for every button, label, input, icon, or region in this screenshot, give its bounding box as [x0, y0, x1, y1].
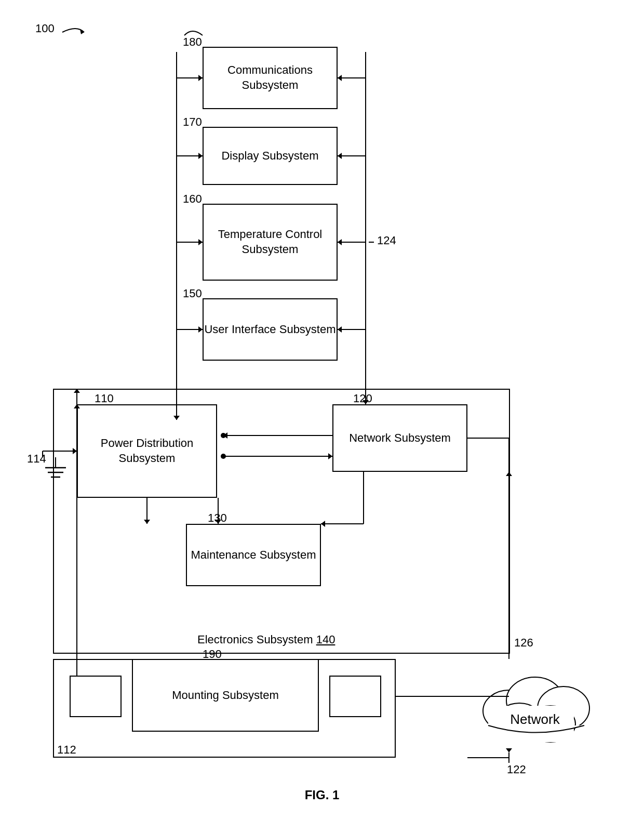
- ref-170-label: 170: [183, 115, 202, 129]
- communications-subsystem-box: Communications Subsystem: [203, 47, 338, 109]
- diagram: 100 180 Communications Subsystem 170 Dis…: [0, 0, 644, 819]
- mounting-left-box: [70, 676, 122, 717]
- display-subsystem-label: Display Subsystem: [221, 149, 318, 164]
- power-distribution-box: Power Distribution Subsystem: [77, 404, 217, 498]
- electronics-subsystem-label: Electronics Subsystem 140: [197, 633, 335, 646]
- mounting-subsystem-box: Mounting Subsystem: [132, 659, 319, 732]
- svg-marker-24: [338, 153, 342, 159]
- user-interface-subsystem-box: User Interface Subsystem: [203, 298, 338, 361]
- temperature-subsystem-label: Temperature Control Subsystem: [204, 227, 337, 257]
- svg-marker-22: [338, 75, 342, 81]
- ref-122-label: 122: [507, 763, 526, 776]
- ref-120-label: 120: [353, 392, 372, 405]
- ref-180-label: 180: [183, 35, 202, 49]
- ref-100-label: 100: [35, 22, 55, 35]
- network-cloud-svg: Network: [467, 659, 602, 752]
- mounting-subsystem-label: Mounting Subsystem: [172, 688, 278, 703]
- svg-marker-28: [338, 326, 342, 333]
- ref-160-label: 160: [183, 192, 202, 206]
- network-subsystem-box: Network Subsystem: [332, 404, 467, 472]
- ref-150-label: 150: [183, 287, 202, 300]
- network-subsystem-label: Network Subsystem: [349, 431, 451, 446]
- svg-marker-13: [198, 75, 203, 81]
- svg-marker-26: [338, 239, 342, 245]
- svg-marker-19: [198, 326, 203, 333]
- power-distribution-label: Power Distribution Subsystem: [78, 436, 216, 466]
- maintenance-subsystem-box: Maintenance Subsystem: [186, 524, 321, 586]
- user-interface-subsystem-label: User Interface Subsystem: [204, 322, 336, 337]
- display-subsystem-box: Display Subsystem: [203, 127, 338, 185]
- network-cloud-label: Network: [510, 711, 560, 727]
- fig-label: FIG. 1: [0, 788, 644, 802]
- ref-110-label: 110: [95, 392, 114, 405]
- svg-marker-10: [80, 29, 84, 34]
- svg-marker-15: [198, 153, 203, 159]
- communications-subsystem-label: Communications Subsystem: [204, 63, 337, 93]
- ref-130-label: 130: [208, 511, 227, 525]
- ref-126-label: 126: [514, 636, 533, 650]
- svg-marker-17: [198, 239, 203, 245]
- ground-symbol: [43, 457, 69, 488]
- ref-112-label: 112: [57, 743, 76, 757]
- ref-124-label: 124: [377, 234, 396, 247]
- mounting-right-box: [329, 676, 381, 717]
- temperature-subsystem-box: Temperature Control Subsystem: [203, 204, 338, 281]
- maintenance-subsystem-label: Maintenance Subsystem: [191, 548, 316, 563]
